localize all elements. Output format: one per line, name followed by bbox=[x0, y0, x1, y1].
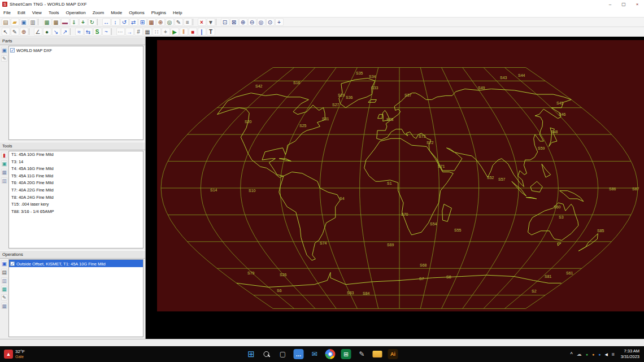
select-tool-icon[interactable]: ↖ bbox=[2, 28, 10, 36]
tool-item[interactable]: T5: 45A 11G Fine Mild bbox=[9, 173, 143, 180]
tool-item[interactable]: T1: 45A 10G Fine Mild bbox=[9, 151, 143, 159]
resize-part-icon[interactable]: ↕ bbox=[111, 18, 120, 26]
menu-options[interactable]: Options bbox=[125, 10, 148, 15]
menu-mode[interactable]: Mode bbox=[107, 10, 125, 15]
part-checkbox[interactable]: ✓ bbox=[10, 48, 15, 53]
simulate-icon[interactable]: S bbox=[93, 28, 102, 36]
pause-job-icon[interactable]: ‖ bbox=[180, 28, 188, 36]
menu-file[interactable]: File bbox=[0, 10, 14, 15]
menu-view[interactable]: View bbox=[29, 10, 45, 15]
tool-item[interactable]: T15: .004 laser kery bbox=[9, 201, 143, 208]
origin-tool-icon[interactable]: ⊕ bbox=[20, 28, 28, 36]
operation-item[interactable]: ✓Outside Offset, KISMET, T1: 45A 10G Fin… bbox=[9, 260, 143, 267]
zoom-part-icon[interactable]: ⊙ bbox=[266, 18, 275, 26]
chrome-button[interactable] bbox=[325, 349, 336, 359]
measure-line-icon[interactable]: | bbox=[198, 28, 206, 36]
run-job-icon[interactable]: ▶ bbox=[171, 28, 179, 36]
onedrive-icon[interactable]: ☁ bbox=[577, 352, 582, 357]
tool-item[interactable]: T6: 40A 20G Fine Mild bbox=[9, 180, 143, 187]
new-job-icon[interactable]: ▤ bbox=[2, 18, 10, 26]
measure-tool-icon[interactable]: ∠ bbox=[34, 28, 42, 36]
ops-strip-icon-6[interactable]: ▦ bbox=[1, 303, 7, 309]
minimize-button[interactable]: – bbox=[603, 2, 617, 7]
material-options-icon[interactable]: ▬ bbox=[61, 18, 69, 26]
zoom-sheet-icon[interactable]: ◎ bbox=[257, 18, 266, 26]
import-drawing-icon[interactable]: ⇓ bbox=[70, 18, 79, 26]
file-explorer-button[interactable] bbox=[373, 351, 382, 357]
parts-strip-icon-1[interactable]: ▣ bbox=[1, 47, 7, 53]
cut-order-icon[interactable]: ≈ bbox=[75, 28, 84, 36]
jog-icon[interactable]: + bbox=[162, 28, 170, 36]
save-job-icon[interactable]: ▣ bbox=[20, 18, 28, 26]
print-icon[interactable]: ▥ bbox=[29, 18, 37, 26]
tool-item[interactable]: T3: 14 bbox=[9, 159, 143, 166]
zoom-out-icon[interactable]: ⊖ bbox=[248, 18, 256, 26]
network-icon[interactable]: ||| bbox=[612, 352, 615, 356]
rotate-part-icon[interactable]: ↺ bbox=[120, 18, 129, 26]
part-properties-icon[interactable]: ≡ bbox=[184, 18, 192, 26]
tool-item[interactable]: T7: 40A 22G Fine Mild bbox=[9, 187, 143, 194]
align-parts-icon[interactable]: ⊞ bbox=[138, 18, 147, 26]
menu-operation[interactable]: Operation bbox=[63, 10, 89, 15]
menu-help[interactable]: Help bbox=[169, 10, 185, 15]
illustrator-button[interactable]: Ai bbox=[388, 349, 398, 359]
set-origin-icon[interactable]: ⊕ bbox=[156, 18, 165, 26]
zoom-window-icon[interactable]: ⊡ bbox=[221, 18, 229, 26]
ops-strip-icon-3[interactable]: ▥ bbox=[1, 277, 7, 284]
operation-checkbox[interactable]: ✓ bbox=[10, 261, 15, 266]
snap-points-icon[interactable]: ∷ bbox=[153, 28, 161, 36]
status-icon-green[interactable]: ● bbox=[586, 352, 588, 356]
show-numbers-icon[interactable]: # bbox=[134, 28, 143, 36]
contour-edit-icon[interactable]: ✎ bbox=[11, 28, 19, 36]
hidden-icons-button[interactable]: ^ bbox=[571, 352, 573, 357]
show-rapids-icon[interactable]: ⋯ bbox=[116, 28, 125, 36]
parts-strip-icon-2[interactable]: ✎ bbox=[1, 55, 7, 62]
reverse-path-icon[interactable]: ⇆ bbox=[84, 28, 93, 36]
maximize-button[interactable]: ▢ bbox=[617, 2, 630, 7]
ops-strip-icon-1[interactable]: ▣ bbox=[1, 260, 7, 267]
chat-button[interactable]: … bbox=[294, 349, 304, 359]
drawing-canvas[interactable]: S35S34S43S44S42S16S29S33S36S37S27S49S45S… bbox=[146, 37, 644, 339]
status-icon-orange[interactable]: ● bbox=[592, 352, 594, 356]
ops-strip-icon-4[interactable]: ▦ bbox=[1, 286, 7, 292]
status-icon-blue[interactable]: ● bbox=[598, 352, 601, 356]
tools-strip-icon-3[interactable]: ▦ bbox=[1, 169, 7, 175]
menu-plugins[interactable]: Plugins bbox=[148, 10, 169, 15]
clock[interactable]: 7:33 AM3/31/2023 bbox=[621, 348, 639, 360]
lead-in-icon[interactable]: ↘ bbox=[52, 28, 60, 36]
edit-part-icon[interactable]: ✎ bbox=[175, 18, 183, 26]
menu-tools[interactable]: Tools bbox=[45, 10, 63, 15]
stop-job-icon[interactable]: ■ bbox=[189, 28, 197, 36]
machine-options-icon[interactable]: ▦ bbox=[52, 18, 60, 26]
part-item[interactable]: ✓WORLD MAP DXF bbox=[9, 46, 143, 54]
show-directions-icon[interactable]: → bbox=[125, 28, 134, 36]
task-view-button[interactable]: ▢ bbox=[278, 349, 288, 359]
nest-parts-icon[interactable]: ▦ bbox=[147, 18, 156, 26]
zoom-in-icon[interactable]: ⊕ bbox=[239, 18, 247, 26]
delete-part-icon[interactable]: × bbox=[198, 18, 206, 26]
start-button[interactable]: ⊞ bbox=[246, 349, 256, 359]
menu-edit[interactable]: Edit bbox=[14, 10, 29, 15]
tools-strip-icon-4[interactable]: ▥ bbox=[1, 177, 7, 184]
ops-strip-icon-2[interactable]: ▤ bbox=[1, 269, 7, 275]
weather-widget[interactable]: ▲ 32°F Gale bbox=[0, 350, 111, 359]
tool-item[interactable]: T4: 45A 16G Fine Mild bbox=[9, 165, 143, 173]
show-toolpaths-icon[interactable]: ~ bbox=[102, 28, 111, 36]
reload-drawing-icon[interactable]: ↻ bbox=[88, 18, 97, 26]
move-part-icon[interactable]: ↔ bbox=[102, 18, 111, 26]
post-process-icon[interactable]: ▼ bbox=[207, 18, 215, 26]
text-tool-icon[interactable]: T bbox=[207, 28, 215, 36]
open-job-icon[interactable]: ▰ bbox=[11, 18, 19, 26]
lead-out-icon[interactable]: ↗ bbox=[61, 28, 69, 36]
parts-list[interactable]: ✓WORLD MAP DXF bbox=[8, 46, 143, 140]
menu-zoom[interactable]: Zoom bbox=[89, 10, 107, 15]
tool-item[interactable]: T88: 3/16 - 1/4 65AMP bbox=[9, 208, 143, 216]
add-drawing-icon[interactable]: + bbox=[79, 18, 88, 26]
search-button[interactable] bbox=[262, 349, 272, 359]
start-point-tool-icon[interactable]: ● bbox=[43, 28, 51, 36]
pan-view-icon[interactable]: + bbox=[275, 18, 284, 26]
tool-item[interactable]: T8: 40A 24G Fine Mild bbox=[9, 194, 143, 202]
start-point-icon[interactable]: ◎ bbox=[166, 18, 174, 26]
tools-list[interactable]: T1: 45A 10G Fine MildT3: 14T4: 45A 16G F… bbox=[8, 151, 143, 248]
excel-button[interactable]: ⊞ bbox=[341, 349, 351, 359]
